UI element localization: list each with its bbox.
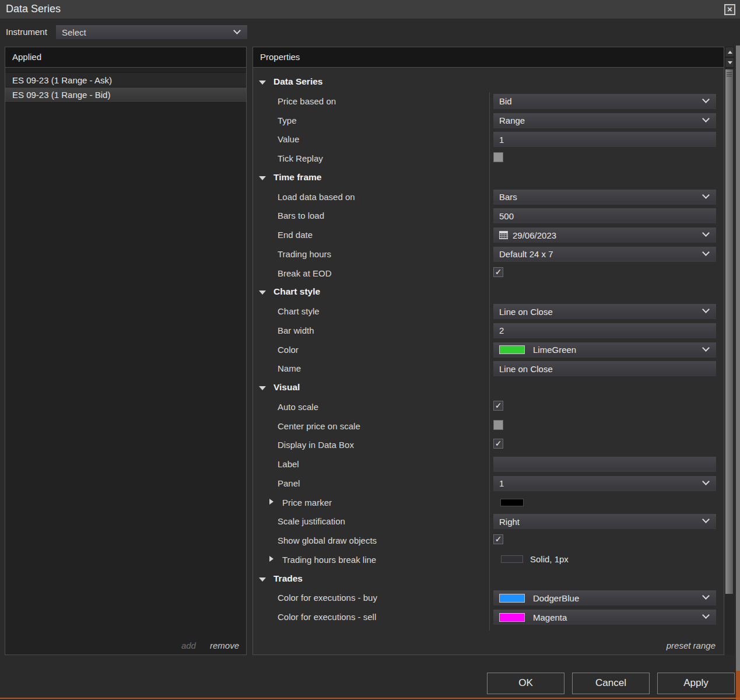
property-label: Show global draw objects (278, 536, 377, 545)
checkbox-auto-scale[interactable]: ✓ (493, 401, 503, 411)
property-row-break-at-eod: Break at EOD✓ (253, 264, 724, 284)
properties-scrollbar[interactable] (725, 47, 734, 655)
chevron-down-icon (702, 344, 710, 352)
close-icon[interactable]: × (724, 4, 735, 15)
text-input-name[interactable]: Line on Close (493, 361, 716, 376)
property-row-panel: Panel1 (253, 474, 724, 494)
property-label: Bar width (278, 326, 314, 335)
property-row-color: ColorLimeGreen (253, 341, 724, 360)
date-picker-end-date[interactable]: 29/06/2023 (493, 228, 716, 243)
field-value: Range (499, 116, 525, 125)
chevron-down-icon (702, 516, 710, 523)
color-swatch (499, 345, 525, 354)
chevron-down-icon (702, 249, 710, 256)
property-section-chart-style: Chart style (253, 283, 724, 302)
calendar-icon (499, 231, 508, 239)
property-row-type: TypeRange (253, 111, 724, 131)
property-section-trades: Trades (253, 570, 724, 589)
text-input-value[interactable]: 1 (493, 132, 716, 147)
text-input-label[interactable] (493, 457, 716, 472)
property-row-bar-width: Bar width2 (253, 321, 724, 341)
dropdown-load-data-based-on[interactable]: Bars (493, 190, 716, 205)
applied-panel: Applied ES 09-23 (1 Range - Ask)ES 09-23… (5, 47, 247, 655)
property-row-tick-replay: Tick Replay (253, 149, 724, 169)
background-window-edge-accent (736, 671, 740, 700)
remove-link[interactable]: remove (210, 640, 239, 650)
chevron-expanded-icon[interactable] (259, 578, 266, 582)
apply-button[interactable]: Apply (657, 673, 735, 694)
price-marker-swatch[interactable] (500, 499, 524, 506)
property-label: Display in Data Box (278, 440, 354, 450)
dropdown-color-for-executions-buy[interactable]: DodgerBlue (493, 590, 716, 606)
instrument-select[interactable]: Select (55, 24, 248, 40)
property-row-color-for-executions-sell: Color for executions - sellMagenta (253, 608, 724, 627)
checkbox-break-at-eod[interactable]: ✓ (493, 267, 503, 277)
property-row-label: Label (253, 455, 724, 474)
property-label: Color for executions - buy (278, 593, 377, 603)
dropdown-chart-style[interactable]: Line on Close (493, 304, 716, 319)
field-value: 1 (499, 478, 504, 488)
chevron-expanded-icon[interactable] (259, 386, 266, 390)
line-style-value: Solid, 1px (530, 554, 569, 564)
property-row-auto-scale: Auto scale✓ (253, 398, 724, 417)
chevron-collapsed-icon[interactable] (269, 499, 273, 505)
properties-header: Properties (253, 47, 724, 68)
list-item[interactable]: ES 09-23 (1 Range - Ask) (5, 72, 246, 88)
applied-header: Applied (5, 47, 246, 68)
property-row-value: Value1 (253, 130, 724, 149)
add-link[interactable]: add (181, 640, 196, 650)
property-label: Center price on scale (278, 421, 360, 431)
preset-range-link[interactable]: preset range (667, 640, 716, 650)
property-label: Panel (278, 478, 300, 488)
dropdown-scale-justification[interactable]: Right (493, 514, 716, 529)
section-label: Chart style (273, 286, 320, 297)
chevron-down-icon (702, 115, 710, 123)
field-value: LimeGreen (533, 345, 576, 355)
property-row-chart-style: Chart styleLine on Close (253, 302, 724, 321)
dropdown-color[interactable]: LimeGreen (493, 342, 716, 358)
dropdown-panel[interactable]: 1 (493, 476, 716, 491)
triangle-down-icon (728, 61, 732, 64)
property-label: Chart style (278, 306, 320, 316)
instrument-select-value: Select (62, 27, 86, 37)
applied-actions: addremove (181, 640, 239, 650)
property-label: Color (278, 345, 299, 355)
window-bottom-border (0, 698, 740, 699)
title-bar: Data Series × (0, 0, 740, 19)
property-row-load-data-based-on: Load data based onBars (253, 188, 724, 207)
list-item[interactable]: ES 09-23 (1 Range - Bid) (5, 88, 246, 103)
chevron-expanded-icon[interactable] (259, 176, 266, 180)
dropdown-trading-hours[interactable]: Default 24 x 7 (493, 247, 716, 262)
scrollbar-thumb[interactable] (725, 69, 733, 594)
section-label: Time frame (273, 172, 321, 183)
field-value: Default 24 x 7 (499, 249, 553, 259)
property-label: Trading hours (278, 249, 331, 259)
text-input-bars-to-load[interactable]: 500 (493, 208, 716, 223)
checkbox-display-in-data-box[interactable]: ✓ (493, 439, 503, 449)
dropdown-price-based-on[interactable]: Bid (493, 94, 716, 109)
applied-list: ES 09-23 (1 Range - Ask)ES 09-23 (1 Rang… (5, 72, 246, 103)
scroll-up-button[interactable] (725, 47, 734, 57)
properties-panel: Properties Data SeriesPrice based onBidT… (252, 47, 724, 655)
property-row-name: NameLine on Close (253, 359, 724, 379)
chevron-expanded-icon[interactable] (259, 80, 266, 85)
line-style-swatch[interactable] (501, 555, 523, 563)
dropdown-color-for-executions-sell[interactable]: Magenta (493, 610, 716, 625)
ok-button[interactable]: OK (487, 673, 564, 694)
checkbox-tick-replay[interactable] (493, 152, 503, 162)
background-window-edge (736, 46, 740, 671)
chevron-down-icon (702, 592, 710, 600)
chevron-collapsed-icon[interactable] (269, 556, 273, 562)
text-input-bar-width[interactable]: 2 (493, 323, 716, 338)
color-swatch (499, 613, 525, 622)
instrument-label: Instrument (6, 27, 47, 37)
cancel-button[interactable]: Cancel (572, 673, 650, 694)
chevron-down-icon (702, 191, 710, 199)
checkbox-center-price-on-scale[interactable] (493, 420, 503, 430)
scroll-down-button[interactable] (725, 57, 734, 68)
checkbox-show-global-draw-objects[interactable]: ✓ (493, 534, 503, 544)
chevron-expanded-icon[interactable] (259, 290, 266, 295)
property-label: End date (278, 230, 313, 240)
property-label: Color for executions - sell (278, 612, 376, 622)
dropdown-type[interactable]: Range (493, 113, 716, 128)
